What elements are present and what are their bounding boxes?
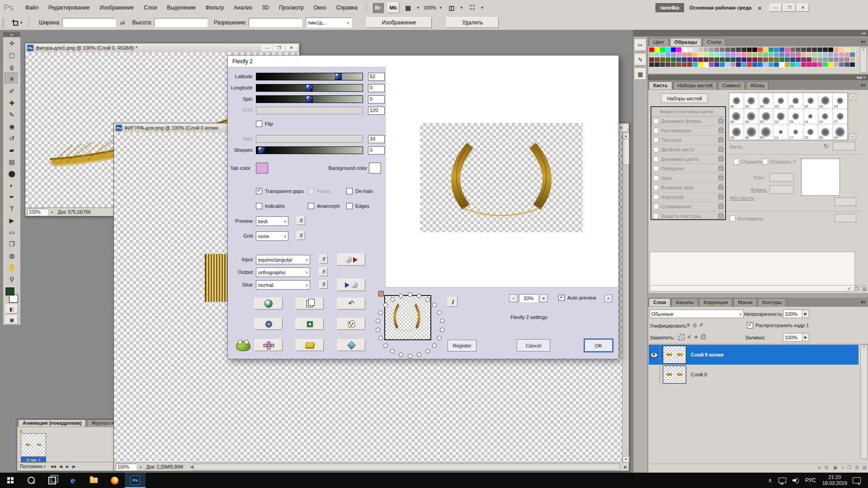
earth-button[interactable] (255, 298, 283, 310)
register-button[interactable]: Register (448, 340, 476, 352)
color-swatch[interactable] (687, 52, 693, 57)
layers-scrollbar[interactable]: ∧ (860, 345, 868, 459)
opacity-spinner[interactable]: ▶ (802, 310, 809, 318)
tab-Наборы кистей[interactable]: Наборы кистей (673, 81, 717, 89)
collapse-preview-button[interactable]: ∧ (604, 295, 612, 302)
color-swatch[interactable] (850, 57, 855, 62)
latitude-value[interactable]: 52 (368, 73, 385, 81)
background-color-swatch[interactable] (369, 163, 381, 174)
color-swatch[interactable] (698, 62, 703, 67)
checkbox-icon[interactable] (653, 137, 659, 143)
color-swatch[interactable] (752, 47, 758, 52)
output-select[interactable]: orthographic∨ (256, 267, 310, 277)
fill-spinner[interactable]: ▶ (802, 333, 809, 342)
tab-Коррекция[interactable]: Коррекция (699, 298, 732, 306)
crop-tool-icon[interactable] (12, 19, 19, 26)
color-swatch[interactable] (817, 62, 823, 67)
brush-preset[interactable]: 39 (729, 124, 744, 140)
color-swatch[interactable] (703, 47, 709, 52)
crop-tool[interactable]: # (5, 73, 19, 85)
dock-collapse-bar[interactable]: ▸▸ (633, 30, 868, 37)
checkbox-icon[interactable] (653, 128, 659, 133)
color-swatch[interactable] (769, 47, 774, 52)
arrange-documents-icon[interactable]: ◫ (446, 3, 457, 13)
color-swatch[interactable] (671, 47, 676, 52)
resolution-unit-select[interactable]: пикс/д...∨ (306, 18, 352, 28)
color-swatch[interactable] (671, 62, 676, 67)
menu-item[interactable]: Справка (331, 0, 363, 15)
color-swatch[interactable] (649, 57, 655, 62)
longitude-slider[interactable] (256, 84, 363, 92)
preview-quality-select[interactable]: best∨ (256, 216, 288, 226)
type-tool[interactable]: T (5, 203, 19, 214)
menu-item[interactable]: Изображение (94, 0, 139, 15)
save-settings-button[interactable] (337, 279, 365, 291)
lock-position-icon[interactable]: ✛ (694, 334, 698, 340)
preview-s-button[interactable]: S (297, 216, 305, 225)
brush-preset[interactable]: 24 (818, 109, 833, 125)
color-swatch[interactable] (698, 47, 703, 52)
preview-zoom-value[interactable]: 33% (519, 294, 538, 302)
info-button[interactable]: i (448, 297, 458, 307)
brush-option-Текстура[interactable]: Текстура (651, 136, 725, 145)
scrollbar-thumb[interactable] (623, 139, 629, 165)
color-swatch[interactable] (676, 47, 682, 52)
checkbox-icon[interactable] (653, 185, 659, 190)
chevron-down-icon[interactable]: ▼ (439, 6, 443, 10)
zoom-in-button[interactable]: + (539, 294, 548, 302)
collapsed-panel-2[interactable]: ✎ (635, 54, 646, 66)
network-icon[interactable] (778, 478, 786, 483)
chevron-down-icon[interactable]: ▼ (481, 6, 484, 10)
color-swatch[interactable] (709, 62, 714, 67)
menu-item[interactable]: 3D (257, 0, 274, 15)
doc2-zoom-value[interactable]: 100% (116, 464, 137, 470)
checkbox-icon[interactable] (653, 175, 659, 181)
color-swatch[interactable] (839, 57, 844, 62)
chevron-down-icon[interactable]: ▼ (460, 6, 463, 10)
color-swatch[interactable] (839, 52, 844, 57)
width-input[interactable] (62, 18, 116, 27)
image-button[interactable]: Изображение (366, 17, 432, 28)
color-swatch[interactable] (687, 57, 693, 62)
output-s-button[interactable]: S (319, 267, 328, 276)
tab-Контуры[interactable]: Контуры (758, 298, 786, 306)
color-swatch[interactable] (752, 62, 758, 67)
checkbox-icon[interactable] (346, 188, 353, 194)
color-swatch[interactable] (725, 62, 731, 67)
panel-menu-icon[interactable]: ▾≡ (861, 298, 866, 306)
color-swatch[interactable] (801, 62, 807, 67)
brush-preset[interactable]: 25 (803, 93, 818, 109)
brush-preset[interactable]: 36 (744, 109, 759, 125)
result-thumbnail[interactable] (384, 295, 431, 340)
color-swatch[interactable] (731, 57, 736, 62)
color-swatch[interactable] (720, 62, 725, 67)
color-swatch[interactable] (709, 47, 714, 52)
color-swatch[interactable] (790, 52, 796, 57)
tab-Каналы[interactable]: Каналы (671, 298, 698, 306)
color-swatch[interactable] (785, 52, 790, 57)
color-swatch[interactable] (839, 47, 844, 52)
brush-preset[interactable]: 36 (759, 109, 774, 125)
color-swatch[interactable] (758, 62, 763, 67)
guides-icon[interactable]: ▤ (403, 3, 414, 13)
brush-option-Влажные края[interactable]: Влажные края (651, 183, 725, 192)
volume-icon[interactable] (793, 478, 799, 483)
zoom-level-dropdown[interactable]: 100% (424, 3, 436, 13)
brush-footer-icon-1[interactable]: ✐ (847, 286, 851, 291)
checkbox-icon[interactable] (256, 188, 262, 194)
color-swatch[interactable] (828, 62, 834, 67)
scroll-right-icon[interactable]: ▶ (624, 465, 627, 469)
color-swatch[interactable] (834, 62, 839, 67)
color-swatch[interactable] (747, 47, 752, 52)
scroll-left-icon[interactable]: ◀ (190, 465, 193, 469)
color-swatch[interactable] (747, 57, 752, 62)
color-swatch[interactable] (785, 62, 790, 67)
foreground-color-swatch[interactable] (5, 287, 14, 296)
hand-tool[interactable]: ✋ (5, 262, 19, 273)
checkbox-icon[interactable] (653, 156, 659, 162)
frame-button[interactable] (296, 318, 324, 330)
brush-preset[interactable]: 59 (759, 124, 774, 140)
color-swatch[interactable] (839, 62, 844, 67)
color-swatch[interactable] (844, 52, 850, 57)
brush-preset[interactable]: 32 (774, 109, 788, 125)
